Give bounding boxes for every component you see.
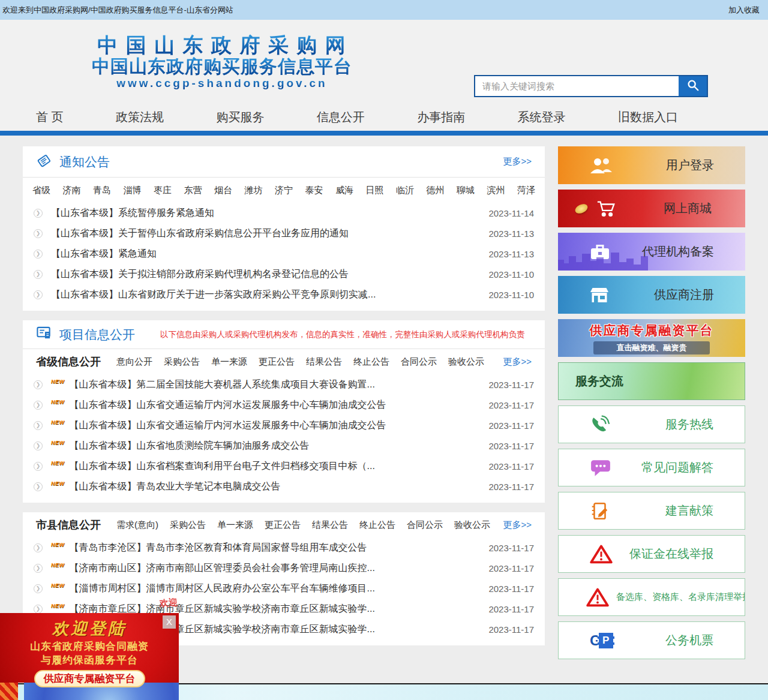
- popup-welcome-text: 欢迎登陆: [0, 613, 179, 639]
- notice-title: 通知公告: [59, 154, 110, 170]
- city-tab-jining[interactable]: 济宁: [275, 185, 293, 196]
- banner-library-cleanup-report[interactable]: 备选库、资格库、名录库清理举报: [558, 578, 745, 616]
- city-tab-qingdao[interactable]: 青岛: [93, 185, 111, 196]
- nav-item-home[interactable]: 首 页: [36, 109, 64, 125]
- banner-service-exchange[interactable]: 服务交流: [558, 362, 745, 400]
- provincial-list-item[interactable]: ❯ NEW 【山东省本级】山东省交通运输厅内河水运发展服务中心车辆加油成交公告 …: [23, 415, 545, 435]
- city-tab-liaocheng[interactable]: 聊城: [457, 185, 475, 196]
- banner-online-mall[interactable]: 网上商城: [558, 190, 745, 227]
- cc-tab-termination[interactable]: 终止公告: [359, 519, 395, 531]
- notice-book-icon: [36, 152, 52, 171]
- city-tab-linyi[interactable]: 临沂: [396, 185, 414, 196]
- prov-tab-result[interactable]: 结果公告: [306, 356, 342, 368]
- item-date: 2023-11-10: [479, 290, 534, 300]
- notice-list-item[interactable]: ❯ 【山东省本级】系统暂停服务紧急通知 2023-11-14: [23, 203, 545, 223]
- city-tab-yantai[interactable]: 烟台: [214, 185, 232, 196]
- financing-popup-ad[interactable]: X 欢迎登陆 山东省政府采购合同融资 与履约保函服务平台 供应商专属融资平台: [0, 613, 179, 700]
- logo-url: www.ccgp-shandong.gov.cn: [60, 77, 384, 89]
- city-tab-binzhou[interactable]: 滨州: [487, 185, 505, 196]
- banner-supplier-registration[interactable]: 供应商注册: [558, 276, 745, 314]
- city-tab-weifang[interactable]: 潍坊: [245, 185, 263, 196]
- prov-tab-acceptance[interactable]: 验收公示: [448, 356, 484, 368]
- city-tab-zaozhuang[interactable]: 枣庄: [154, 185, 172, 196]
- cc-tab-result[interactable]: 结果公告: [312, 519, 348, 531]
- notice-list-item[interactable]: ❯ 【山东省本级】关于暂停山东省政府采购信息公开平台业务应用的通知 2023-1…: [23, 223, 545, 244]
- prov-tab-termination[interactable]: 终止公告: [353, 356, 389, 368]
- banner-deposit-report[interactable]: 保证金在线举报: [558, 535, 745, 573]
- notice-list-item[interactable]: ❯ 【山东省本级】山东省财政厅关于进一步落实政府采购公平竞争原则切实减... 2…: [23, 284, 545, 305]
- site-logo[interactable]: 中 国 山 东 政 府 采 购 网 中国山东政府购买服务信息平台 www.ccg…: [60, 34, 384, 89]
- city-list-item[interactable]: ❯ NEW 【济南市南山区】济南市南部山区管理委员会社会事务管理局南山疾控...…: [23, 558, 545, 578]
- cc-tab-demand[interactable]: 需求(意向): [116, 519, 158, 531]
- nav-item-purchase-services[interactable]: 购买服务: [216, 109, 264, 125]
- city-tab-dongying[interactable]: 东营: [184, 185, 202, 196]
- provincial-list-item[interactable]: ❯ NEW 【山东省本级】第二届全国技能大赛机器人系统集成项目大赛设备购置...…: [23, 374, 545, 395]
- arrow-bullet-icon: ❯: [34, 441, 43, 450]
- arrow-bullet-icon: ❯: [34, 209, 43, 218]
- city-county-more-link[interactable]: 更多>>: [503, 519, 532, 531]
- cc-tab-acceptance[interactable]: 验收公示: [454, 519, 490, 531]
- banner-supplier-financing[interactable]: 供应商专属融资平台 直击融资难、融资贵: [558, 319, 745, 357]
- search-button[interactable]: [679, 76, 707, 96]
- add-favorite-link[interactable]: 加入收藏: [728, 5, 760, 16]
- notice-more-link[interactable]: 更多>>: [503, 156, 532, 167]
- provincial-list-item[interactable]: ❯ NEW 【山东省本级】山东省档案查询利用平台电子文件归档移交项目中标（...…: [23, 456, 545, 476]
- prov-tab-single-source[interactable]: 单一来源: [211, 356, 247, 368]
- city-tab-provincial[interactable]: 省级: [32, 185, 50, 196]
- arrow-bullet-icon: ❯: [34, 482, 43, 491]
- project-info-title: 项目信息公开: [59, 326, 135, 343]
- banner-user-login[interactable]: 用户登录: [558, 146, 745, 184]
- banner-official-air-tickets[interactable]: G P 公务机票: [558, 621, 745, 659]
- project-info-header: 项目信息公开 以下信息由采购人或采购代理机构发布，信息的真实性，准确性，完整性由…: [23, 320, 545, 349]
- users-icon: [589, 157, 613, 175]
- cc-tab-correction[interactable]: 更正公告: [265, 519, 301, 531]
- notice-header: 通知公告 更多>>: [23, 146, 545, 178]
- item-date: 2023-11-17: [479, 400, 534, 410]
- item-date: 2023-11-17: [479, 420, 534, 431]
- banner-service-hotline[interactable]: 服务热线: [558, 405, 745, 443]
- cc-tab-single-source[interactable]: 单一来源: [217, 519, 253, 531]
- city-tab-zibo[interactable]: 淄博: [124, 185, 142, 196]
- city-tab-jinan[interactable]: 济南: [63, 185, 81, 196]
- nav-item-system-login[interactable]: 系统登录: [518, 109, 566, 125]
- new-badge: NEW: [51, 378, 65, 384]
- search-input[interactable]: [475, 76, 679, 96]
- provincial-list-item[interactable]: ❯ NEW 【山东省本级】山东省交通运输厅内河水运发展服务中心车辆加油成交公告 …: [23, 395, 545, 415]
- city-list-item[interactable]: ❯ NEW 【青岛市李沧区】青岛市李沧区教育和体育局国家督导组用车成交公告 20…: [23, 537, 545, 558]
- new-badge: NEW: [51, 419, 65, 425]
- notice-list-item[interactable]: ❯ 【山东省本级】关于拟注销部分政府采购代理机构名录登记信息的公告 2023-1…: [23, 264, 545, 284]
- cc-tab-contract[interactable]: 合同公示: [407, 519, 443, 531]
- cc-tab-procurement[interactable]: 采购公告: [170, 519, 206, 531]
- city-tab-weihai[interactable]: 威海: [335, 185, 353, 196]
- banner-suggestions[interactable]: 建言献策: [558, 492, 745, 530]
- storefront-icon: [589, 286, 610, 304]
- city-tab-heze[interactable]: 菏泽: [517, 185, 535, 196]
- nav-item-guide[interactable]: 办事指南: [417, 109, 465, 125]
- provincial-tabs: 意向公开 采购公告 单一来源 更正公告 结果公告 终止公告 合同公示 验收公示: [116, 356, 484, 368]
- popup-body[interactable]: X 欢迎登陆 山东省政府采购合同融资 与履约保函服务平台 供应商专属融资平台: [0, 613, 179, 683]
- banner-agency-registration[interactable]: 代理机构备案: [558, 233, 745, 271]
- arrow-bullet-icon: ❯: [34, 543, 43, 552]
- prov-tab-correction[interactable]: 更正公告: [259, 356, 295, 368]
- top-bar: 欢迎来到中国政府采购网/中国政府购买服务信息平台-山东省分网站 加入收藏: [0, 0, 768, 20]
- popup-pill-label: 供应商专属融资平台: [34, 670, 145, 687]
- item-date: 2023-11-17: [479, 461, 534, 471]
- provincial-more-link[interactable]: 更多>>: [503, 356, 532, 368]
- nav-item-old-data[interactable]: 旧数据入口: [618, 109, 678, 125]
- banner-faq[interactable]: 常见问题解答: [558, 449, 745, 486]
- city-tab-dezhou[interactable]: 德州: [427, 185, 445, 196]
- nav-item-policies[interactable]: 政策法规: [116, 109, 164, 125]
- city-tab-taian[interactable]: 泰安: [305, 185, 323, 196]
- prov-tab-intent[interactable]: 意向公开: [116, 356, 152, 368]
- city-tab-rizhao[interactable]: 日照: [366, 185, 384, 196]
- provincial-list-item[interactable]: ❯ NEW 【山东省本级】山东省地质测绘院车辆加油服务成交公告 2023-11-…: [23, 435, 545, 456]
- city-list-item[interactable]: ❯ NEW 【淄博市周村区】淄博市周村区人民政府办公室公车平台车辆维修项目...…: [23, 578, 545, 599]
- arrow-bullet-icon: ❯: [34, 229, 43, 238]
- prov-tab-procurement[interactable]: 采购公告: [164, 356, 200, 368]
- chat-bubble-icon: [590, 458, 611, 477]
- popup-close-button[interactable]: X: [163, 615, 176, 629]
- notice-list-item[interactable]: ❯ 【山东省本级】紧急通知 2023-11-13: [23, 244, 545, 264]
- provincial-list-item[interactable]: ❯ NEW 【山东省本级】青岛农业大学笔记本电脑成交公告 2023-11-17: [23, 476, 545, 497]
- nav-item-info-disclosure[interactable]: 信息公开: [317, 109, 365, 125]
- prov-tab-contract[interactable]: 合同公示: [401, 356, 437, 368]
